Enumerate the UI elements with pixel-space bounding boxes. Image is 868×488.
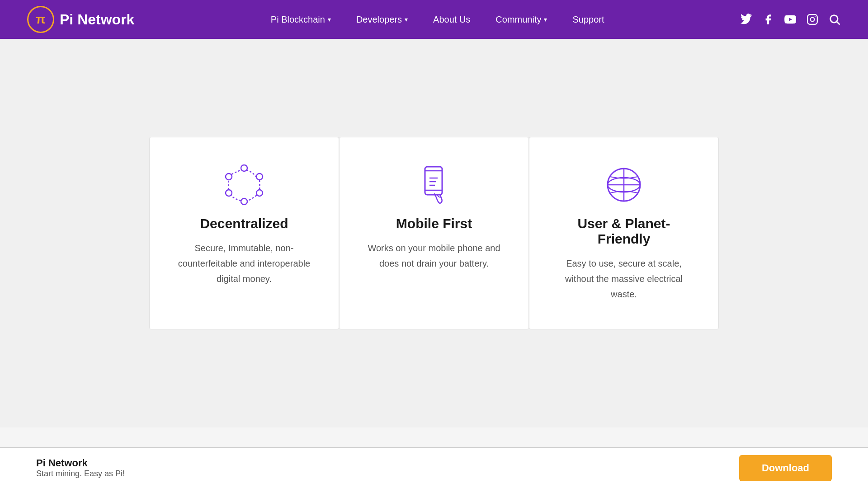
globe-icon xyxy=(604,164,644,205)
main-content: Decentralized Secure, Immutable, non-cou… xyxy=(0,39,868,427)
chevron-down-icon: ▾ xyxy=(328,16,331,23)
nav-item-support: Support xyxy=(560,10,617,29)
chevron-down-icon: ▾ xyxy=(405,16,408,23)
logo-name: Pi Network xyxy=(60,11,134,28)
svg-point-10 xyxy=(226,190,232,196)
mobile-icon xyxy=(414,164,454,205)
instagram-icon[interactable] xyxy=(807,14,818,25)
card-decentralized-desc: Secure, Immutable, non-counterfeitable a… xyxy=(172,240,316,286)
card-mobile-first-title: Mobile First xyxy=(396,216,472,231)
logo-link[interactable]: π Pi Network xyxy=(27,6,134,33)
nav-item-about-us: About Us xyxy=(420,10,483,29)
twitter-icon[interactable] xyxy=(741,14,752,25)
card-mobile-first-desc: Works on your mobile phone and does not … xyxy=(362,240,506,271)
facebook-icon[interactable] xyxy=(762,14,774,25)
logo-pi-symbol: π xyxy=(36,12,45,27)
chevron-down-icon: ▾ xyxy=(544,16,547,23)
search-icon[interactable] xyxy=(828,13,841,26)
app-name: Pi Network xyxy=(36,457,125,469)
card-user-planet-title: User & Planet-Friendly xyxy=(552,216,696,247)
svg-point-3 xyxy=(815,16,816,17)
cards-container: Decentralized Secure, Immutable, non-cou… xyxy=(149,137,719,329)
svg-point-11 xyxy=(226,174,232,180)
social-icons xyxy=(741,13,841,26)
youtube-icon[interactable] xyxy=(784,13,797,26)
svg-point-2 xyxy=(811,18,815,22)
svg-rect-1 xyxy=(807,14,817,24)
nav-item-developers: Developers ▾ xyxy=(344,10,420,29)
svg-point-8 xyxy=(256,190,263,196)
download-button[interactable]: Download xyxy=(739,455,832,481)
navbar: π Pi Network Pi Blockchain ▾ Developers … xyxy=(0,0,868,39)
svg-line-5 xyxy=(837,22,839,24)
nav-link-pi-blockchain[interactable]: Pi Blockchain ▾ xyxy=(258,10,344,29)
nav-link-support[interactable]: Support xyxy=(560,10,617,29)
svg-point-7 xyxy=(256,174,263,180)
card-user-planet: User & Planet-Friendly Easy to use, secu… xyxy=(529,137,719,329)
nav-item-pi-blockchain: Pi Blockchain ▾ xyxy=(258,10,344,29)
card-decentralized-title: Decentralized xyxy=(200,216,288,231)
svg-point-9 xyxy=(241,198,247,205)
card-decentralized: Decentralized Secure, Immutable, non-cou… xyxy=(149,137,339,329)
nav-link-community[interactable]: Community ▾ xyxy=(483,10,560,29)
card-mobile-first: Mobile First Works on your mobile phone … xyxy=(339,137,529,329)
card-user-planet-desc: Easy to use, secure at scale, without th… xyxy=(552,256,696,302)
nav-links: Pi Blockchain ▾ Developers ▾ About Us Co… xyxy=(258,10,617,29)
nav-item-community: Community ▾ xyxy=(483,10,560,29)
logo-circle: π xyxy=(27,6,54,33)
bottom-bar: Pi Network Start mining. Easy as Pi! Dow… xyxy=(0,447,868,488)
nav-link-developers[interactable]: Developers ▾ xyxy=(344,10,420,29)
app-tagline: Start mining. Easy as Pi! xyxy=(36,469,125,479)
nav-link-about-us[interactable]: About Us xyxy=(420,10,483,29)
decentralized-icon xyxy=(224,164,264,205)
bottom-bar-text: Pi Network Start mining. Easy as Pi! xyxy=(36,457,125,479)
